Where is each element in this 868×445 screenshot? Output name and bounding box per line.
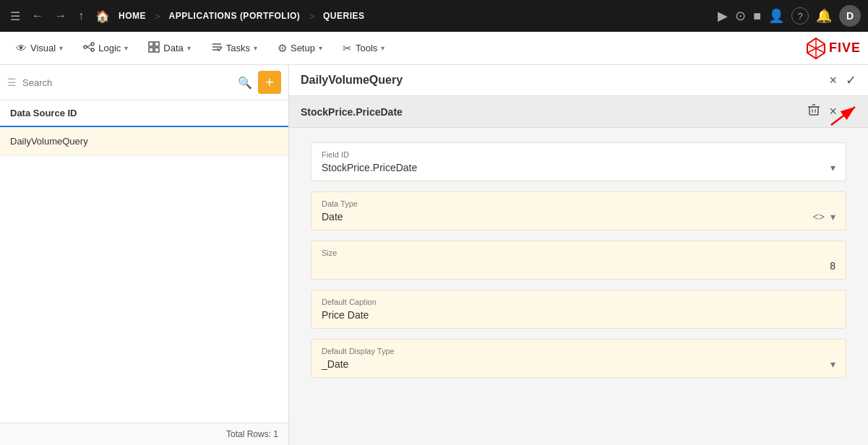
svg-point-1: [91, 43, 94, 46]
person-button[interactable]: 👤: [768, 8, 784, 24]
right-panel: DailyVolumeQuery × ✓ StockPrice.PriceDat…: [289, 65, 868, 445]
list-footer: Total Rows: 1: [0, 423, 288, 445]
separator-1: >: [155, 11, 160, 22]
size-value: 8: [830, 260, 835, 272]
data-type-dropdown-icon[interactable]: ▾: [830, 211, 835, 222]
five-logo-text: FIVE: [829, 40, 861, 56]
confirm-button[interactable]: ✓: [846, 72, 856, 88]
right-header: DailyVolumeQuery × ✓: [289, 65, 868, 96]
setup-icon: ⚙: [278, 42, 287, 55]
top-nav-actions: ▶ ⊙ ■ 👤 ? 🔔 D: [718, 5, 861, 27]
default-caption-field: Default Caption Price Date: [311, 290, 846, 329]
tasks-label: Tasks: [226, 43, 250, 53]
close-button[interactable]: ×: [829, 73, 837, 88]
svg-point-2: [91, 48, 94, 51]
add-button[interactable]: +: [258, 71, 281, 94]
default-caption-row: Price Date: [322, 309, 835, 321]
svg-rect-16: [809, 107, 818, 115]
tasks-icon: [211, 41, 223, 55]
svg-point-0: [84, 46, 87, 48]
field-id-row: StockPrice.PriceDate ▾: [322, 162, 835, 173]
nav-logic[interactable]: Logic ▾: [74, 37, 137, 59]
default-display-type-label: Default Display Type: [322, 347, 835, 355]
applications-link[interactable]: APPLICATIONS (PORTFOLIO): [169, 11, 301, 21]
search-input[interactable]: [22, 77, 232, 88]
data-arrow: ▾: [187, 44, 191, 52]
default-caption-value: Price Date: [322, 309, 369, 321]
tools-icon: ✂: [343, 42, 352, 55]
sub-header: StockPrice.PriceDate × ✓: [289, 96, 868, 128]
data-type-icons[interactable]: <> ▾: [813, 211, 835, 222]
field-id-value: StockPrice.PriceDate: [322, 162, 417, 173]
svg-rect-8: [155, 48, 159, 52]
search-icon[interactable]: 🔍: [238, 76, 252, 90]
up-arrow-icon[interactable]: ↑: [75, 7, 87, 25]
queries-link[interactable]: QUERIES: [323, 11, 365, 21]
default-display-type-dropdown-icon[interactable]: ▾: [830, 358, 835, 370]
nav-visual[interactable]: 👁 Visual ▾: [7, 38, 72, 59]
main-layout: ☰ 🔍 + Data Source ID DailyVolumeQuery To…: [0, 65, 868, 445]
setup-arrow: ▾: [319, 44, 322, 52]
logic-icon: [83, 41, 95, 55]
bell-button[interactable]: 🔔: [816, 8, 832, 24]
list-item[interactable]: DailyVolumeQuery: [0, 127, 288, 156]
home-icon[interactable]: 🏠: [93, 7, 113, 26]
default-display-type-row: _Date ▾: [322, 358, 835, 370]
forward-arrow-icon[interactable]: →: [52, 7, 69, 25]
code-icon[interactable]: <>: [813, 211, 825, 222]
default-display-type-field: Default Display Type _Date ▾: [311, 339, 846, 378]
filter-icon: ☰: [7, 77, 17, 88]
form-area: Field ID StockPrice.PriceDate ▾ Data Typ…: [289, 128, 868, 445]
play-button[interactable]: ▶: [718, 8, 728, 24]
right-header-title: DailyVolumeQuery: [301, 74, 403, 87]
default-caption-label: Default Caption: [322, 298, 835, 306]
data-icon: [148, 41, 160, 55]
data-type-label: Data Type: [322, 199, 835, 208]
sub-header-actions: × ✓: [807, 103, 856, 120]
data-type-row: Date <> ▾: [322, 211, 835, 222]
help-button[interactable]: ?: [791, 7, 809, 25]
default-display-type-value: _Date: [322, 358, 348, 370]
data-type-field: Data Type Date <> ▾: [311, 191, 846, 230]
left-panel: ☰ 🔍 + Data Source ID DailyVolumeQuery To…: [0, 65, 289, 445]
list-header: Data Source ID: [0, 100, 288, 127]
svg-rect-6: [155, 42, 159, 46]
svg-line-4: [87, 47, 91, 49]
nav-tools[interactable]: ✂ Tools ▾: [334, 38, 393, 59]
visual-label: Visual: [30, 43, 56, 53]
svg-rect-7: [149, 48, 153, 52]
data-label: Data: [163, 43, 183, 53]
nav-data[interactable]: Data ▾: [139, 37, 199, 59]
logic-arrow: ▾: [124, 44, 128, 52]
tools-arrow: ▾: [381, 44, 384, 52]
back-arrow-icon[interactable]: ←: [29, 7, 46, 25]
search-button[interactable]: ⊙: [735, 8, 746, 24]
visual-arrow: ▾: [59, 44, 63, 52]
field-id-dropdown-icon[interactable]: ▾: [830, 162, 835, 173]
size-row: 8: [322, 260, 835, 272]
nav-tasks[interactable]: Tasks ▾: [202, 37, 266, 59]
hamburger-icon[interactable]: ☰: [7, 7, 23, 26]
list-items: DailyVolumeQuery: [0, 127, 288, 423]
red-arrow-indicator: [828, 100, 864, 129]
svg-line-3: [87, 45, 91, 47]
user-avatar[interactable]: D: [839, 5, 861, 27]
sub-header-title: StockPrice.PriceDate: [301, 106, 403, 118]
data-type-value: Date: [322, 211, 343, 222]
size-field: Size 8: [311, 241, 846, 280]
top-nav: ☰ ← → ↑ 🏠 HOME > APPLICATIONS (PORTFOLIO…: [0, 0, 868, 32]
delete-button[interactable]: [807, 103, 820, 120]
svg-rect-5: [149, 42, 153, 46]
visual-icon: 👁: [16, 42, 27, 54]
field-id-field: Field ID StockPrice.PriceDate ▾: [311, 142, 846, 181]
home-link[interactable]: HOME: [119, 11, 146, 21]
right-header-actions: × ✓: [829, 72, 856, 88]
nav-setup[interactable]: ⚙ Setup ▾: [269, 38, 331, 59]
svg-line-22: [831, 107, 855, 125]
stop-button[interactable]: ■: [753, 9, 761, 24]
size-label: Size: [322, 249, 835, 257]
setup-label: Setup: [291, 43, 315, 53]
secondary-nav: 👁 Visual ▾ Logic ▾ Data ▾ Tasks ▾ ⚙ Setu…: [0, 32, 868, 65]
tasks-arrow: ▾: [254, 44, 257, 52]
tools-label: Tools: [356, 43, 377, 53]
